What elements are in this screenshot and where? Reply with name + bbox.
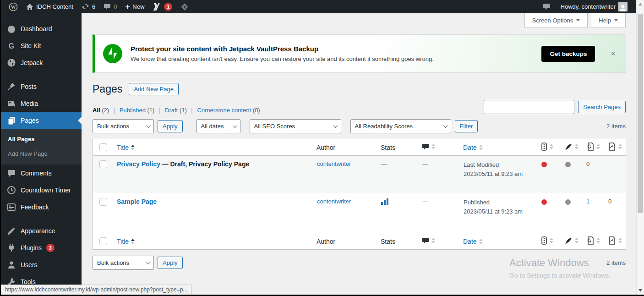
sort-outgoing-links-header[interactable] — [608, 236, 622, 245]
scroll-up-arrow-icon[interactable] — [639, 3, 642, 5]
my-account-menu[interactable]: Howdy, contentwriter — [557, 2, 632, 11]
readability-gray-dot — [565, 199, 571, 205]
sort-outgoing-links-header[interactable] — [608, 143, 622, 151]
author-header: Author — [317, 238, 335, 245]
get-backups-button[interactable]: Get backups — [541, 46, 595, 62]
yoast-seo-menu[interactable]: 1 — [148, 0, 176, 13]
select-all-checkbox[interactable] — [99, 143, 107, 151]
view-draft-count: (1) — [180, 107, 187, 114]
sort-title-header[interactable]: Title — [117, 144, 135, 151]
page-title-link[interactable]: Sample Page — [117, 198, 157, 205]
sort-comments-header[interactable] — [422, 143, 435, 150]
incoming-links-count[interactable]: 1 — [586, 198, 589, 205]
howdy-text: Howdy, contentwriter — [561, 3, 616, 10]
updates-menu[interactable]: 6 — [77, 0, 99, 13]
sidebar-item-media[interactable]: Media — [1, 95, 82, 112]
sort-seo-score-header[interactable] — [541, 236, 553, 245]
sidebar-item-pages[interactable]: Pages — [1, 112, 82, 129]
sidebar-item-users[interactable]: Users — [1, 256, 82, 273]
scroll-down-arrow-icon[interactable] — [639, 289, 642, 292]
sort-seo-score-header[interactable] — [541, 143, 553, 151]
sort-arrows-icon — [618, 238, 622, 243]
chevron-down-icon — [576, 19, 580, 22]
readability-feather-icon — [565, 237, 573, 245]
stats-header: Stats — [381, 144, 395, 151]
submenu-add-new-page[interactable]: Add New Page — [1, 146, 82, 161]
sort-readability-header[interactable] — [565, 237, 579, 245]
search-pages-button[interactable]: Search Pages — [578, 101, 626, 113]
row-checkbox[interactable] — [99, 198, 107, 206]
sort-comments-header[interactable] — [422, 237, 435, 244]
date-filter-select[interactable]: All dates — [196, 119, 240, 133]
jetpack-backup-notice: Protect your site content with Jetpack V… — [93, 34, 626, 73]
view-all-count: (2) — [102, 107, 109, 114]
site-name-menu[interactable]: IDCH Content — [22, 0, 77, 13]
sidebar-item-jetpack[interactable]: Jetpack — [1, 54, 82, 71]
vertical-scrollbar[interactable] — [636, 0, 644, 295]
sort-arrows-icon — [618, 144, 622, 149]
view-cornerstone-link[interactable]: Cornerstone content — [197, 107, 251, 114]
scrollbar-thumb[interactable] — [638, 14, 643, 213]
sidebar-item-comments[interactable]: Comments — [1, 164, 82, 181]
search-input[interactable] — [484, 100, 574, 114]
submenu-all-pages[interactable]: All Pages — [1, 132, 82, 146]
sort-date-header[interactable]: Date — [463, 238, 483, 245]
table-row: Sample Page contentwriter — Published 20… — [93, 193, 626, 233]
sort-title-header[interactable]: Title — [117, 238, 135, 245]
author-link[interactable]: contentwriter — [317, 198, 351, 205]
new-content-menu[interactable]: + New — [121, 0, 148, 13]
comment-bubble-icon — [104, 3, 111, 11]
notification-bubble-icon — [543, 3, 551, 10]
sidebar-item-feedback[interactable]: Feedback — [1, 198, 82, 215]
feedback-form-icon — [7, 203, 16, 212]
incoming-links-icon — [586, 236, 594, 245]
bulk-actions-select-bottom[interactable]: Bulk actions — [93, 256, 154, 270]
sidebar-item-appearance[interactable]: Appearance — [1, 222, 82, 239]
select-all-checkbox[interactable] — [99, 237, 107, 245]
view-filter-links: All (2) | Published (1) | Draft (1) | Co… — [93, 107, 260, 114]
sort-arrows-icon — [431, 144, 435, 149]
screen-options-toggle[interactable]: Screen Options — [524, 13, 588, 28]
sidebar-item-posts[interactable]: Posts — [1, 78, 82, 95]
sidebar-item-site-kit[interactable]: G Site Kit — [1, 37, 82, 54]
diamond-icon — [180, 3, 189, 11]
date-status: Published — [464, 199, 490, 206]
close-icon[interactable]: × — [611, 49, 616, 58]
view-published-link[interactable]: Published — [120, 107, 146, 114]
view-draft-link[interactable]: Draft — [165, 107, 178, 114]
add-new-page-button[interactable]: Add New Page — [129, 83, 179, 95]
sidebar-item-dashboard[interactable]: Dashboard — [1, 20, 82, 37]
seo-scores-select[interactable]: All SEO Scores — [250, 119, 341, 133]
screen-meta-tabs: Screen Options Help — [524, 13, 626, 28]
sort-date-header[interactable]: Date — [463, 144, 483, 151]
readability-scores-select[interactable]: All Readability Scores — [350, 119, 451, 133]
notes-menu[interactable] — [539, 3, 555, 10]
comment-bubble-icon — [422, 237, 429, 244]
sidebar-item-plugins[interactable]: Plugins 3 — [1, 239, 82, 256]
sketch-plugin-menu[interactable] — [176, 0, 193, 13]
incoming-links-icon — [586, 143, 594, 151]
page-title-link[interactable]: Privacy Policy — [117, 160, 160, 168]
author-link[interactable]: contentwriter — [317, 160, 351, 167]
jetpack-logo-icon — [103, 44, 122, 63]
bulk-actions-select[interactable]: Bulk actions — [93, 119, 154, 133]
chevron-down-icon — [333, 123, 338, 128]
stats-bar-chart-icon[interactable] — [381, 198, 389, 205]
sidebar-item-label: Jetpack — [21, 59, 43, 66]
sort-incoming-links-header[interactable] — [586, 236, 600, 245]
apply-button-bottom[interactable]: Apply — [158, 257, 183, 269]
dashboard-icon — [7, 24, 16, 33]
row-checkbox[interactable] — [99, 160, 107, 168]
sidebar-item-countdown-timer[interactable]: Countdown Timer — [1, 181, 82, 198]
comments-menu[interactable]: 0 — [99, 0, 121, 13]
filter-button[interactable]: Filter — [455, 120, 478, 132]
sort-incoming-links-header[interactable] — [586, 143, 600, 151]
view-all-link[interactable]: All — [93, 107, 100, 114]
date-status: Last Modified — [464, 161, 499, 168]
help-toggle[interactable]: Help — [591, 13, 626, 28]
separator: | — [191, 107, 192, 114]
updates-icon — [82, 3, 89, 11]
wordpress-logo-icon[interactable]: W — [5, 0, 22, 13]
apply-button[interactable]: Apply — [158, 120, 183, 132]
sort-readability-header[interactable] — [565, 143, 579, 151]
